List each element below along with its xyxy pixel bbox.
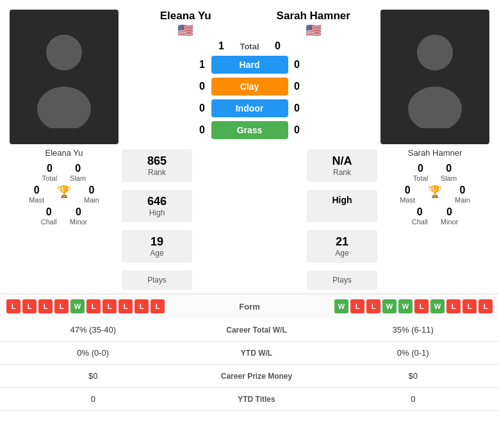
left-player-photo <box>10 10 119 144</box>
form-badge: L <box>102 299 117 313</box>
right-player-photo <box>380 10 489 144</box>
form-badge: L <box>86 299 101 313</box>
svg-point-1 <box>37 87 91 128</box>
form-badge: L <box>135 299 149 313</box>
plays-row: Plays Plays <box>122 270 377 294</box>
left-chall-cell: 0 Chall <box>41 206 57 226</box>
right-main-cell: 0 Main <box>455 185 470 204</box>
left-main-cell: 0 Main <box>84 185 99 204</box>
right-ytd: 0% (0-1) <box>327 342 499 365</box>
right-career-total: 35% (6-11) <box>327 319 499 342</box>
left-trophy-icon: 🏆 <box>57 185 71 204</box>
top-player-wrapper: Eleana Yu 0 Total 0 Slam 0 Mast 🏆 <box>0 0 499 294</box>
right-chall-cell: 0 Chall <box>412 206 428 226</box>
indoor-court-button[interactable]: Indoor <box>211 99 288 117</box>
age-boxes-row: 19 Age 21 Age <box>122 230 377 267</box>
left-stat-row-1: 0 Total 0 Slam <box>42 163 86 182</box>
main-container: Eleana Yu 0 Total 0 Slam 0 Mast 🏆 <box>0 0 499 411</box>
form-badge: L <box>38 299 53 313</box>
hard-court-button[interactable]: Hard <box>211 56 288 74</box>
left-ytd: 0% (0-0) <box>0 342 186 365</box>
high-boxes-row: 646 High High <box>122 190 377 226</box>
left-rank-box: 865 Rank <box>122 149 192 182</box>
form-badge: L <box>350 299 364 313</box>
right-total-cell: 0 Total <box>413 163 428 182</box>
titles-row: 0 YTD Titles 0 <box>0 388 499 411</box>
career-total-row: 47% (35-40) Career Total W/L 35% (6-11) <box>0 319 499 342</box>
right-age-box: 21 Age <box>307 230 377 263</box>
form-badge: W <box>430 299 445 313</box>
form-badge: L <box>6 299 20 313</box>
left-form-badges: LLLLWLLLLL <box>6 299 165 313</box>
right-slam-cell: 0 Slam <box>441 163 457 182</box>
form-badge: L <box>366 299 380 313</box>
left-slam-cell: 0 Slam <box>70 163 86 182</box>
right-stat-row-1: 0 Total 0 Slam <box>413 163 457 182</box>
grass-court-button[interactable]: Grass <box>211 121 288 139</box>
right-player-name: Sarah Hamner <box>408 148 462 158</box>
right-minor-cell: 0 Minor <box>441 206 459 226</box>
form-badge: L <box>119 299 133 313</box>
left-plays-box: Plays <box>122 270 192 290</box>
right-trophy-icon: 🏆 <box>428 185 442 204</box>
titles-label: YTD Titles <box>186 388 327 411</box>
prize-label: Career Prize Money <box>186 365 327 388</box>
form-badge: W <box>382 299 397 313</box>
form-badge: L <box>414 299 429 313</box>
right-player-area: Sarah Hamner 0 Total 0 Slam 0 Mast 🏆 <box>377 10 493 228</box>
form-badge: L <box>54 299 69 313</box>
form-badge: L <box>151 299 165 313</box>
ytd-wl-row: 0% (0-0) YTD W/L 0% (0-1) <box>0 342 499 365</box>
form-badge: W <box>70 299 85 313</box>
right-form-badges: WLLWWLWLLL <box>334 299 493 313</box>
svg-point-2 <box>417 35 453 71</box>
hard-score-row: 1 Hard 0 <box>193 56 306 74</box>
total-score-row: 1 Total 0 <box>213 40 287 52</box>
ytd-wl-label: YTD W/L <box>186 342 327 365</box>
right-stat-row-2: 0 Mast 🏆 0 Main <box>400 185 470 204</box>
left-age-box: 19 Age <box>122 230 192 263</box>
left-mast-cell: 0 Mast <box>29 185 44 204</box>
svg-point-0 <box>46 35 82 71</box>
right-mast-cell: 0 Mast <box>400 185 415 204</box>
left-prize: $0 <box>0 365 186 388</box>
prize-row: $0 Career Prize Money $0 <box>0 365 499 388</box>
svg-point-3 <box>408 87 462 128</box>
form-badge: L <box>479 299 493 313</box>
indoor-score-row: 0 Indoor 0 <box>193 99 306 117</box>
names-row: Eleana Yu 🇺🇸 Sarah Hamner 🇺🇸 <box>122 10 377 38</box>
left-high-box: 646 High <box>122 190 192 222</box>
clay-court-button[interactable]: Clay <box>211 78 288 95</box>
grass-score-row: 0 Grass 0 <box>193 121 306 139</box>
rank-boxes-row: 865 Rank N/A Rank <box>122 149 377 186</box>
clay-score-row: 0 Clay 0 <box>193 78 306 95</box>
right-stat-row-3: 0 Chall 0 Minor <box>412 206 459 226</box>
left-titles: 0 <box>0 388 186 411</box>
form-badge: W <box>334 299 348 313</box>
form-badge: L <box>462 299 477 313</box>
left-player-name: Eleana Yu <box>45 148 83 158</box>
career-total-label: Career Total W/L <box>186 319 327 342</box>
right-rank-box: N/A Rank <box>307 149 377 182</box>
form-badge: L <box>446 299 461 313</box>
left-stat-row-3: 0 Chall 0 Minor <box>41 206 88 226</box>
right-plays-box: Plays <box>307 270 377 290</box>
form-section: LLLLWLLLLL Form WLLWWLWLLL <box>0 294 499 319</box>
form-label: Form <box>239 302 260 311</box>
center-block: Eleana Yu 🇺🇸 Sarah Hamner 🇺🇸 1 Total 0 1… <box>122 10 377 294</box>
stats-table: 47% (35-40) Career Total W/L 35% (6-11) … <box>0 319 499 411</box>
left-total-cell: 0 Total <box>42 163 57 182</box>
form-badge: W <box>398 299 413 313</box>
right-high-box: High <box>307 190 377 222</box>
right-name-header: Sarah Hamner 🇺🇸 <box>250 10 378 38</box>
left-career-total: 47% (35-40) <box>0 319 186 342</box>
left-stat-row-2: 0 Mast 🏆 0 Main <box>29 185 99 204</box>
right-prize: $0 <box>327 365 499 388</box>
right-titles: 0 <box>327 388 499 411</box>
left-name-header: Eleana Yu 🇺🇸 <box>122 10 250 38</box>
left-minor-cell: 0 Minor <box>70 206 88 226</box>
left-player-area: Eleana Yu 0 Total 0 Slam 0 Mast 🏆 <box>6 10 122 228</box>
form-badge: L <box>22 299 37 313</box>
